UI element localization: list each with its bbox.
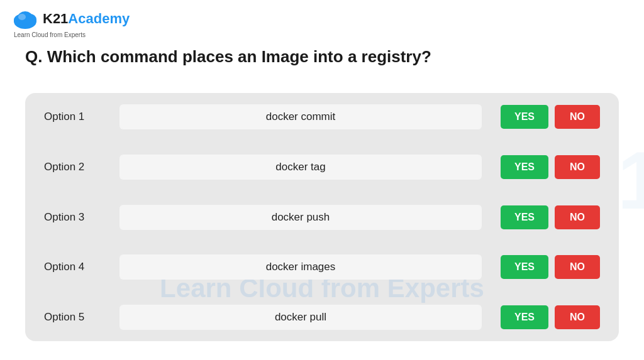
option-buttons-5: YESNO	[501, 305, 600, 329]
question-text: Q. Which command places an Image into a …	[25, 47, 619, 67]
option-command-4: docker images	[119, 254, 482, 280]
option-buttons-4: YESNO	[501, 255, 600, 279]
option-label-5: Option 5	[44, 311, 119, 324]
option-buttons-2: YESNO	[501, 155, 600, 179]
logo-academy: Academy	[68, 11, 130, 26]
no-button-1[interactable]: NO	[555, 105, 600, 129]
no-button-3[interactable]: NO	[555, 205, 600, 229]
no-button-2[interactable]: NO	[555, 155, 600, 179]
yes-button-1[interactable]: YES	[501, 105, 548, 129]
option-command-2: docker tag	[119, 155, 482, 180]
option-command-5: docker pull	[119, 305, 482, 330]
logo-area: K21Academy Learn Cloud from Experts	[11, 8, 130, 38]
option-row: Option 3docker pushYESNO	[44, 205, 600, 230]
option-buttons-3: YESNO	[501, 205, 600, 229]
logo-k21: K21	[43, 11, 68, 26]
no-button-4[interactable]: NO	[555, 255, 600, 279]
option-label-1: Option 1	[44, 111, 119, 123]
option-row: Option 2docker tagYESNO	[44, 155, 600, 180]
yes-button-5[interactable]: YES	[501, 305, 548, 329]
svg-point-4	[18, 14, 26, 20]
option-row: Option 4docker imagesYESNO	[44, 254, 600, 280]
yes-button-2[interactable]: YES	[501, 155, 548, 179]
yes-button-3[interactable]: YES	[501, 205, 548, 229]
option-label-3: Option 3	[44, 211, 119, 224]
logo-container: K21Academy	[11, 8, 130, 30]
option-label-2: Option 2	[44, 161, 119, 173]
option-row: Option 1docker commitYESNO	[44, 104, 600, 129]
option-row: Option 5docker pullYESNO	[44, 305, 600, 330]
logo-tagline: Learn Cloud from Experts	[14, 31, 86, 38]
options-container: Option 1docker commitYESNOOption 2docker…	[44, 104, 600, 330]
logo-icon	[11, 8, 39, 30]
option-label-4: Option 4	[44, 261, 119, 273]
option-command-3: docker push	[119, 205, 482, 230]
option-buttons-1: YESNO	[501, 105, 600, 129]
yes-button-4[interactable]: YES	[501, 255, 548, 279]
logo-text: K21Academy	[43, 11, 130, 27]
options-panel: Learn Cloud from Experts Option 1docker …	[25, 93, 619, 341]
option-command-1: docker commit	[119, 104, 482, 129]
no-button-5[interactable]: NO	[555, 305, 600, 329]
